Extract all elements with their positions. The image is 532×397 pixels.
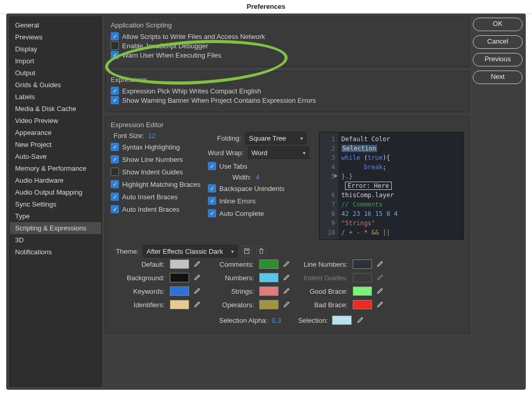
sidebar-item-grids[interactable]: Grids & Guides bbox=[10, 79, 101, 91]
label-operators: Operators: bbox=[206, 301, 254, 309]
label: Show Indent Guides bbox=[122, 168, 183, 176]
label-numbers: Numbers: bbox=[206, 274, 254, 282]
label-keywords: Keywords: bbox=[111, 288, 165, 295]
previous-button[interactable]: Previous bbox=[473, 53, 523, 66]
checkbox-auto-insert-braces[interactable]: ✓ bbox=[111, 193, 119, 201]
label-indent-guides: Indent Guides: bbox=[296, 274, 348, 282]
swatch-line-numbers[interactable] bbox=[353, 259, 372, 269]
checkbox-warn-exec[interactable]: ✓ bbox=[111, 51, 119, 59]
sidebar-item-3d[interactable]: 3D bbox=[10, 234, 101, 246]
swatch-operators[interactable] bbox=[259, 300, 278, 309]
checkbox-enable-debugger[interactable] bbox=[111, 42, 119, 50]
swatch-comments[interactable] bbox=[259, 259, 278, 269]
checkbox-auto-complete[interactable]: ✓ bbox=[208, 209, 216, 217]
label: Syntax Highlighting bbox=[122, 143, 180, 151]
checkbox-allow-scripts[interactable]: ✓ bbox=[111, 32, 119, 40]
swatch-bad-brace[interactable] bbox=[353, 300, 372, 309]
sidebar-item-new-project[interactable]: New Project bbox=[10, 139, 101, 150]
preferences-sidebar: General Previews Display Import Output G… bbox=[9, 17, 102, 387]
checkbox-auto-indent-braces[interactable]: ✓ bbox=[111, 205, 119, 213]
sidebar-item-general[interactable]: General bbox=[10, 19, 101, 31]
code: ▶Default Color Selection while (true){ b… bbox=[338, 132, 463, 239]
svg-rect-1 bbox=[246, 249, 248, 251]
svg-rect-0 bbox=[245, 249, 249, 254]
eyedropper-icon[interactable] bbox=[376, 260, 384, 268]
sidebar-item-autosave[interactable]: Auto-Save bbox=[10, 150, 101, 162]
save-theme-icon[interactable] bbox=[242, 246, 252, 256]
eyedropper-icon[interactable] bbox=[283, 260, 290, 268]
eyedropper-icon[interactable] bbox=[283, 273, 290, 282]
checkbox-highlight-braces[interactable]: ✓ bbox=[111, 180, 119, 188]
checkbox-inline-errors[interactable]: ✓ bbox=[208, 197, 216, 205]
sidebar-item-video[interactable]: Video Preview bbox=[10, 115, 101, 127]
eyedropper-icon[interactable] bbox=[283, 287, 290, 295]
label: Auto Complete bbox=[219, 210, 264, 217]
sidebar-item-import[interactable]: Import bbox=[10, 55, 101, 67]
sidebar-item-audio-out[interactable]: Audio Output Mapping bbox=[10, 186, 101, 198]
checkbox-use-tabs[interactable]: ✓ bbox=[208, 162, 216, 170]
window-title: Preferences bbox=[0, 0, 532, 14]
swatch-background[interactable] bbox=[170, 273, 189, 282]
checkbox-indent-guides[interactable] bbox=[111, 168, 119, 176]
sidebar-item-memory[interactable]: Memory & Performance bbox=[10, 162, 101, 174]
select-wordwrap[interactable]: Word▾ bbox=[248, 146, 309, 159]
label-comments: Comments: bbox=[206, 261, 254, 268]
next-button[interactable]: Next bbox=[473, 71, 523, 84]
label-wordwrap: Word Wrap: bbox=[208, 149, 244, 157]
label: Auto Indent Braces bbox=[122, 206, 180, 213]
label: Enable JavaScript Debugger bbox=[122, 42, 208, 50]
cancel-button[interactable]: Cancel bbox=[473, 35, 523, 49]
checkbox-syntax-hl[interactable]: ✓ bbox=[111, 143, 119, 151]
eyedropper-icon[interactable] bbox=[283, 300, 290, 309]
label: Auto Insert Braces bbox=[122, 193, 178, 201]
checkbox-warn-banner[interactable]: ✓ bbox=[111, 96, 119, 104]
sidebar-item-audio-hw[interactable]: Audio Hardware bbox=[10, 174, 101, 186]
eyedropper-icon[interactable] bbox=[376, 300, 384, 309]
ok-button[interactable]: OK bbox=[473, 18, 523, 31]
eyedropper-icon[interactable] bbox=[193, 273, 201, 282]
panel-title: Expressions bbox=[111, 76, 464, 84]
sidebar-item-media[interactable]: Media & Disk Cache bbox=[10, 103, 101, 115]
label-selection-alpha: Selection Alpha: bbox=[210, 317, 268, 324]
sidebar-item-notifications[interactable]: Notifications bbox=[10, 246, 101, 258]
sidebar-item-output[interactable]: Output bbox=[10, 67, 101, 79]
eyedropper-icon[interactable] bbox=[356, 316, 364, 324]
eyedropper-icon[interactable] bbox=[193, 287, 201, 295]
chevron-down-icon: ▾ bbox=[300, 135, 303, 141]
swatch-identifiers[interactable] bbox=[170, 300, 189, 309]
delete-theme-icon[interactable] bbox=[256, 246, 267, 256]
sidebar-item-scripting[interactable]: Scripting & Expressions bbox=[10, 222, 101, 234]
checkbox-line-numbers[interactable]: ✓ bbox=[111, 155, 119, 163]
sidebar-item-labels[interactable]: Labels bbox=[10, 91, 101, 103]
sidebar-item-display[interactable]: Display bbox=[10, 43, 101, 55]
swatch-strings[interactable] bbox=[259, 286, 278, 296]
eyedropper-icon[interactable] bbox=[193, 260, 201, 268]
font-size-value[interactable]: 12 bbox=[148, 132, 155, 140]
swatch-default[interactable] bbox=[170, 259, 189, 269]
selection-alpha-value[interactable]: 0.3 bbox=[272, 317, 281, 324]
eyedropper-icon[interactable] bbox=[193, 300, 201, 309]
label: Show Line Numbers bbox=[122, 156, 183, 163]
eyedropper-icon[interactable] bbox=[376, 287, 384, 295]
checkbox-backspace-unindent[interactable]: ✓ bbox=[208, 184, 216, 193]
select-theme[interactable]: After Effects Classic Dark▾ bbox=[143, 245, 237, 257]
swatch-selection[interactable] bbox=[332, 316, 352, 325]
swatch-numbers[interactable] bbox=[259, 273, 278, 282]
checkbox-pickwhip[interactable]: ✓ bbox=[111, 87, 119, 95]
eyedropper-icon bbox=[376, 273, 384, 282]
label-default: Default: bbox=[111, 261, 165, 268]
swatch-good-brace[interactable] bbox=[353, 286, 372, 296]
sidebar-item-sync[interactable]: Sync Settings bbox=[10, 198, 101, 210]
label-bad-brace: Bad Brace: bbox=[296, 301, 348, 309]
label: Backspace Unindents bbox=[219, 185, 285, 193]
code-preview: 12345678910 ▶Default Color Selection whi… bbox=[319, 132, 464, 240]
select-folding[interactable]: Square Tree▾ bbox=[245, 132, 307, 144]
tab-width-value[interactable]: 4 bbox=[256, 173, 259, 181]
sidebar-item-previews[interactable]: Previews bbox=[10, 31, 101, 43]
label: Use Tabs bbox=[219, 162, 247, 170]
sidebar-item-type[interactable]: Type bbox=[10, 210, 101, 222]
label: Inline Errors bbox=[219, 197, 256, 205]
sidebar-item-appearance[interactable]: Appearance bbox=[10, 127, 101, 139]
swatch-indent-guides bbox=[353, 273, 372, 282]
swatch-keywords[interactable] bbox=[170, 286, 189, 296]
